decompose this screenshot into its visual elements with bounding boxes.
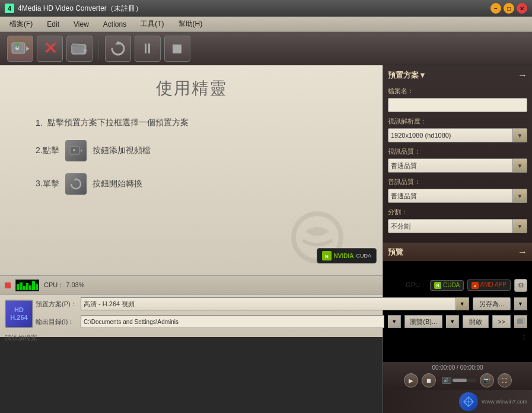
step3-text: 按鈕開始轉換 <box>93 179 142 189</box>
browse-button[interactable]: 瀏覽(B)... <box>404 315 442 328</box>
split-label: 分割： <box>388 208 527 217</box>
menu-tools[interactable]: 工具(T) <box>133 18 171 30</box>
svg-marker-11 <box>81 149 82 153</box>
resolution-label: 視訊解析度： <box>388 117 527 126</box>
preview-header: 預覽 → <box>383 243 532 261</box>
resize-handle[interactable]: ⋮ <box>521 334 527 342</box>
screenshot-button[interactable]: 📷 <box>480 373 494 387</box>
maximize-button[interactable]: □ <box>504 3 514 14</box>
profile-dropdown-btn[interactable]: ▼ <box>456 297 469 310</box>
profile-icon: HDH.264 <box>5 300 33 328</box>
add-folder-button[interactable] <box>66 36 93 62</box>
status-bar: CPU： 7.03% GPU： N CUDA A AMD APP ⚙ <box>0 275 532 294</box>
watermark-bar: Www.Winwin7.com <box>383 390 532 413</box>
remove-button[interactable]: ✕ <box>37 36 63 62</box>
video-quality-label: 視訊品質： <box>388 147 527 156</box>
save-as-button[interactable]: 另存為... <box>473 297 511 310</box>
amd-button[interactable]: A AMD APP <box>467 279 511 290</box>
win-logo <box>459 392 478 411</box>
minimize-button[interactable]: − <box>490 3 501 14</box>
cpu-bar-2 <box>20 282 22 290</box>
cuda-button[interactable]: N CUDA <box>430 280 464 291</box>
video-quality-select[interactable]: 普通品質 <box>388 158 513 173</box>
audio-quality-dropdown-btn[interactable]: ▼ <box>513 189 527 203</box>
cpu-prefix: CPU： <box>44 281 64 288</box>
right-panel: 預置方案▼ → 檔案名： 視訊解析度： 1920x1080 (hd1080) ▼… <box>383 65 532 243</box>
menu-actions[interactable]: Actions <box>96 19 133 30</box>
filename-input[interactable] <box>388 98 527 112</box>
add-icon <box>65 140 87 161</box>
window-title: 4Media HD Video Converter（未註冊） <box>18 4 490 14</box>
split-dropdown-btn[interactable]: ▼ <box>513 219 527 233</box>
menu-view[interactable]: View <box>66 19 96 30</box>
save-as-dropdown-btn[interactable]: ▼ <box>514 297 527 310</box>
profile-row: 預置方案(P)： 高清 - H.264 視頻 ▼ 另存為... ▼ <box>36 297 527 310</box>
video-quality-select-wrap: 普通品質 ▼ <box>388 158 527 173</box>
panel-arrow-icon[interactable]: → <box>518 70 527 81</box>
menu-bar: 檔案(F) Edit View Actions 工具(T) 幫助(H) <box>0 17 532 32</box>
window-controls: − □ ✕ <box>490 3 527 14</box>
output-row: 輸出目録(I)： ▼ 瀏覽(B)... ▼ 開啟 >> <box>36 315 527 328</box>
status-footer-text: 請添加檔案 <box>5 333 37 342</box>
menu-edit[interactable]: Edit <box>40 19 66 30</box>
profile-rows: 預置方案(P)： 高清 - H.264 視頻 ▼ 另存為... ▼ 輸出目録(I… <box>36 297 527 331</box>
cpu-bar-5 <box>29 285 31 290</box>
play-button[interactable]: ▶ <box>404 373 418 387</box>
wizard-step-2: 2.點擊 按鈕添加視頻檔 <box>36 140 383 161</box>
convert-button[interactable]: >> <box>492 315 511 328</box>
resolution-select[interactable]: 1920x1080 (hd1080) <box>388 128 513 142</box>
resolution-dropdown-btn[interactable]: ▼ <box>513 128 527 142</box>
stop-preview-button[interactable]: ⏹ <box>422 373 436 387</box>
profile-select[interactable]: 高清 - H.264 視頻 <box>81 297 456 310</box>
preview-arrow-icon[interactable]: → <box>518 247 527 258</box>
watermark-text: Www.Winwin7.com <box>482 399 527 405</box>
svg-text:N: N <box>325 254 329 259</box>
close-button[interactable]: ✕ <box>517 3 527 14</box>
cuda-text: CUDA <box>356 253 371 259</box>
step2-num: 2.點擊 <box>36 145 59 156</box>
stop-button[interactable]: ⏹ <box>164 36 190 62</box>
add-video-button[interactable] <box>7 36 33 62</box>
audio-quality-select[interactable]: 普通品質 <box>388 189 513 203</box>
settings-button[interactable]: ⚙ <box>514 279 527 292</box>
step2-text: 按鈕添加視頻檔 <box>93 145 151 156</box>
wizard-steps: 1. 點擊預置方案下拉框選擇一個預置方案 2.點擊 按鈕添加視頻檔 3.單擊 <box>0 117 383 206</box>
svg-point-12 <box>73 149 75 151</box>
cuda-label: NVIDIA <box>334 253 354 259</box>
output-path-input[interactable] <box>81 315 384 328</box>
menu-file[interactable]: 檔案(F) <box>2 18 40 30</box>
svg-marker-1 <box>26 46 30 51</box>
cpu-bar-4 <box>26 283 28 290</box>
wizard-step-1: 1. 點擊預置方案下拉框選擇一個預置方案 <box>36 117 383 128</box>
step1-desc: 點擊預置方案下拉框選擇一個預置方案 <box>47 117 189 128</box>
profile-select-wrap: 高清 - H.264 視頻 ▼ <box>81 297 469 310</box>
panel-header: 預置方案▼ → <box>388 70 527 81</box>
amd-btn-label: AMD APP <box>480 281 506 288</box>
pause-button[interactable]: ⏸ <box>135 36 161 62</box>
preview-controls: 00:00:00 / 00:00:00 ▶ ⏹ 🔊 📷 ⛶ <box>383 362 532 390</box>
step3-num: 3.單擊 <box>36 179 59 189</box>
convert-start-button[interactable] <box>105 36 131 62</box>
split-select[interactable]: 不分割 <box>388 219 513 233</box>
cpu-bar-7 <box>36 284 38 290</box>
volume-icon: 🔊 <box>442 377 451 384</box>
preview-time: 00:00:00 / 00:00:00 <box>388 364 527 371</box>
cuda-badge: N NVIDIA CUDA <box>317 248 377 263</box>
open-button[interactable]: 開啟 <box>463 315 489 328</box>
convert-queue-icon[interactable] <box>514 315 527 328</box>
gpu-area: GPU： N CUDA A AMD APP ⚙ <box>406 279 527 292</box>
cuda-btn-label: CUDA <box>443 282 460 288</box>
cpu-bar-1 <box>17 284 19 290</box>
toolbar: ✕ ⏸ ⏹ <box>0 32 532 65</box>
convert-icon <box>65 173 87 195</box>
browse-dropdown-btn[interactable]: ▼ <box>446 315 459 328</box>
status-led <box>5 282 11 288</box>
video-quality-dropdown-btn[interactable]: ▼ <box>513 158 527 173</box>
preview-title: 預覽 <box>388 247 403 258</box>
fullscreen-button[interactable]: ⛶ <box>498 373 512 387</box>
output-path-dropdown-btn[interactable]: ▼ <box>388 315 401 328</box>
svg-text:N: N <box>436 284 439 288</box>
volume-slider[interactable] <box>453 379 476 382</box>
preview-buttons: ▶ ⏹ 🔊 📷 ⛶ <box>388 373 527 387</box>
menu-help[interactable]: 幫助(H) <box>171 18 210 30</box>
